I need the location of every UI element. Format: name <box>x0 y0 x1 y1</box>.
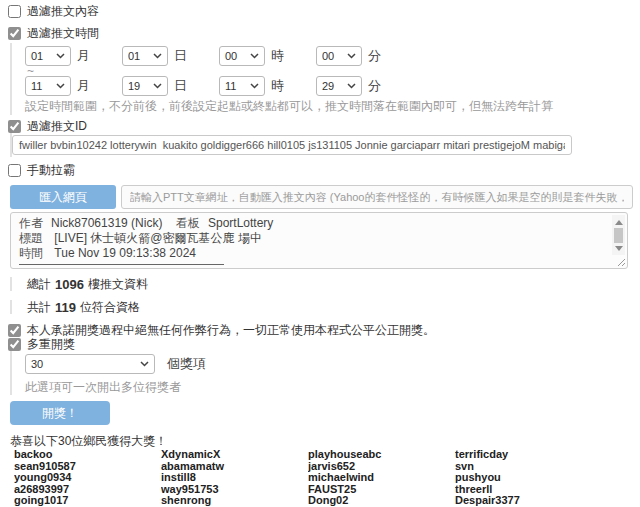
multi-draw-row: 多重開獎 <box>8 337 640 351</box>
manual-slot-label: 手動拉霸 <box>27 162 75 179</box>
start-day-value: 01 <box>128 50 140 62</box>
winner-name: threerll <box>455 484 602 496</box>
prize-count-select[interactable]: 30 <box>25 354 155 374</box>
qualified-stat: 共計 119 位符合資格 <box>10 300 640 314</box>
chevron-down-icon <box>56 83 65 89</box>
draw-button[interactable]: 開獎！ <box>10 401 110 425</box>
start-hour-value: 00 <box>225 50 237 62</box>
time-range-help: 設定時間範圍，不分前後，前後設定起點或終點都可以，推文時間落在範圍內即可，但無法… <box>25 98 640 113</box>
filter-time-checkbox[interactable] <box>8 27 21 40</box>
manual-slot-checkbox[interactable] <box>8 164 21 177</box>
import-row: 匯入網頁 <box>10 185 640 209</box>
filter-id-row: 過濾推文ID <box>8 119 640 133</box>
multi-draw-note: 此選項可一次開出多位得獎者 <box>25 379 640 393</box>
winner-name: Despair3377 <box>455 495 602 507</box>
chevron-down-icon <box>347 83 356 89</box>
start-month-select[interactable]: 01 <box>25 46 71 66</box>
winner-name: backoo <box>14 449 161 461</box>
multi-draw-checkbox[interactable] <box>8 338 21 351</box>
minute-unit-label: 分 <box>368 77 381 95</box>
time-value: Tue Nov 19 09:13:38 2024 <box>54 246 196 260</box>
winner-name: way951753 <box>161 484 308 496</box>
day-unit-label: 日 <box>174 47 187 65</box>
winners-list: backooXdynamicXplayhouseabcterrificdayse… <box>14 449 640 507</box>
filter-content-checkbox[interactable] <box>8 5 21 18</box>
chevron-down-icon <box>56 53 65 59</box>
start-day-select[interactable]: 01 <box>122 46 168 66</box>
end-minute-select[interactable]: 29 <box>316 76 362 96</box>
total-suffix: 樓推文資料 <box>88 276 148 293</box>
chevron-down-icon <box>347 53 356 59</box>
winner-name: pushyou <box>455 472 602 484</box>
end-day-value: 19 <box>128 80 140 92</box>
start-minute-select[interactable]: 00 <box>316 46 362 66</box>
promise-checkbox[interactable] <box>8 324 21 337</box>
prize-unit-label: 個獎項 <box>167 355 206 373</box>
prize-count-value: 30 <box>31 358 43 370</box>
end-minute-value: 29 <box>322 80 334 92</box>
winner-name: Dong02 <box>308 495 455 507</box>
winner-name: young0934 <box>14 472 161 484</box>
manual-slot-row: 手動拉霸 <box>8 163 640 177</box>
start-month-value: 01 <box>31 50 43 62</box>
day-unit-label: 日 <box>174 77 187 95</box>
winner-name: going1017 <box>14 495 161 507</box>
winner-name: playhouseabc <box>308 449 455 461</box>
end-month-value: 11 <box>31 80 42 92</box>
total-pushes-stat: 總計 1096 樓推文資料 <box>10 277 640 291</box>
winner-name: jarvis652 <box>308 461 455 473</box>
end-hour-select[interactable]: 11 <box>219 76 265 96</box>
hour-unit-label: 時 <box>271 47 284 65</box>
total-prefix: 總計 <box>27 276 51 293</box>
promise-row: 本人承諾開獎過程中絕無任何作弊行為，一切正常使用本程式公平公正開獎。 <box>8 323 640 337</box>
import-button[interactable]: 匯入網頁 <box>10 185 116 209</box>
hour-unit-label: 時 <box>271 77 284 95</box>
start-hour-select[interactable]: 00 <box>219 46 265 66</box>
board-label: 看板 <box>176 216 200 231</box>
ptt-lottery-tool: 過濾推文內容 過濾推文時間 01 月 01 日 <box>0 0 640 507</box>
promise-label: 本人承諾開獎過程中絕無任何作弊行為，一切正常使用本程式公平公正開獎。 <box>27 322 435 339</box>
title-value: [LIVE] 休士頓火箭@密爾瓦基公鹿 場中 <box>54 231 262 245</box>
resize-handle-icon[interactable] <box>616 257 626 267</box>
scroll-up-icon[interactable] <box>615 216 623 225</box>
board-value: SportLottery <box>208 216 273 231</box>
time-start-row: 01 月 01 日 00 時 00 <box>25 46 640 66</box>
winner-name: svn <box>455 461 602 473</box>
article-url-input[interactable] <box>121 185 633 209</box>
month-unit-label: 月 <box>77 47 90 65</box>
chevron-down-icon <box>140 361 149 367</box>
prize-count-block: 30 個獎項 此選項可一次開出多位得獎者 <box>10 351 640 395</box>
winner-name: terrificday <box>455 449 602 461</box>
scrollbar[interactable] <box>612 215 625 255</box>
filter-content-label: 過濾推文內容 <box>27 3 99 20</box>
winner-name: abamamatw <box>161 461 308 473</box>
article-header-line: 作者 Nick87061319 (Nick) 看板 SportLottery <box>19 216 605 231</box>
filter-id-checkbox[interactable] <box>8 120 21 133</box>
winner-name: sean910587 <box>14 461 161 473</box>
time-label: 時間 <box>19 246 43 260</box>
id-filter-input[interactable] <box>12 135 572 155</box>
winner-name: XdynamicX <box>161 449 308 461</box>
month-unit-label: 月 <box>77 77 90 95</box>
author-value: Nick87061319 (Nick) <box>51 216 162 231</box>
end-month-select[interactable]: 11 <box>25 76 71 96</box>
qualified-suffix: 位符合資格 <box>80 299 140 316</box>
minute-unit-label: 分 <box>368 47 381 65</box>
chevron-down-icon <box>250 83 259 89</box>
chevron-down-icon <box>153 53 162 59</box>
title-label: 標題 <box>19 231 43 245</box>
filter-id-label: 過濾推文ID <box>27 118 87 135</box>
scroll-down-icon[interactable] <box>615 246 623 255</box>
id-filter-block <box>10 133 640 157</box>
congrats-message: 恭喜以下30位鄉民獲得大獎！ <box>10 433 640 446</box>
article-title-line: 標題 [LIVE] 休士頓火箭@密爾瓦基公鹿 場中 <box>19 231 605 246</box>
start-minute-value: 00 <box>322 50 334 62</box>
end-day-select[interactable]: 19 <box>122 76 168 96</box>
scrollbar-thumb[interactable] <box>614 228 623 243</box>
winner-name: michaelwind <box>308 472 455 484</box>
qualified-prefix: 共計 <box>27 299 51 316</box>
range-tilde: ~ <box>27 67 640 75</box>
article-time-line: 時間 Tue Nov 19 09:13:38 2024 <box>19 246 605 261</box>
article-preview[interactable]: 作者 Nick87061319 (Nick) 看板 SportLottery 標… <box>10 212 628 269</box>
multi-draw-label: 多重開獎 <box>27 336 75 353</box>
